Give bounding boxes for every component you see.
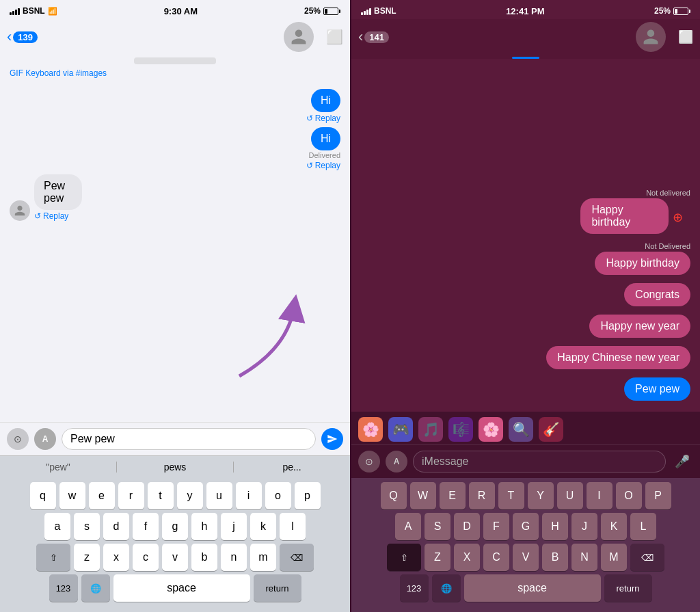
input-text-left: Pew pew — [70, 433, 115, 445]
appstore-button-right[interactable]: A — [386, 451, 407, 473]
rkey-S[interactable]: S — [425, 513, 450, 540]
rkey-L[interactable]: L — [630, 513, 656, 540]
app-icon-7[interactable]: 🎸 — [539, 417, 563, 442]
key-d[interactable]: d — [103, 513, 129, 540]
replay-label-1: Replay — [315, 114, 340, 123]
rkey-P[interactable]: P — [645, 482, 671, 509]
key-shift[interactable]: ⇧ — [36, 544, 70, 571]
key-123-left[interactable]: 123 — [49, 574, 78, 602]
battery-pct-left: 25% — [304, 6, 321, 16]
key-t[interactable]: t — [148, 482, 174, 509]
key-k[interactable]: k — [250, 513, 276, 540]
back-button-right[interactable]: ‹ 141 — [358, 28, 389, 46]
message-input-left[interactable]: Pew pew — [62, 428, 316, 450]
rkey-space[interactable]: space — [464, 574, 601, 602]
key-q[interactable]: q — [30, 482, 56, 509]
app-icon-4[interactable]: 🎼 — [448, 417, 473, 442]
rkey-E[interactable]: E — [440, 482, 466, 509]
key-c[interactable]: c — [133, 544, 159, 571]
key-o[interactable]: o — [265, 482, 291, 509]
back-count-right[interactable]: 141 — [364, 31, 389, 43]
rkey-N[interactable]: N — [571, 544, 597, 571]
gif-via: via #images — [61, 68, 107, 78]
key-space-left[interactable]: space — [113, 574, 250, 602]
key-return-left[interactable]: return — [254, 574, 301, 602]
rkey-G[interactable]: G — [513, 513, 539, 540]
camera-button-right[interactable]: ⊙ — [358, 451, 380, 473]
carrier-right: BSNL — [374, 6, 396, 16]
rkey-Y[interactable]: Y — [528, 482, 554, 509]
key-w[interactable]: w — [59, 482, 85, 509]
replay-link-1[interactable]: ↺ Replay — [306, 114, 340, 123]
key-a[interactable]: a — [44, 513, 70, 540]
rkey-123[interactable]: 123 — [400, 574, 429, 602]
rkey-I[interactable]: I — [587, 482, 612, 509]
rkey-M[interactable]: M — [601, 544, 627, 571]
rkey-U[interactable]: U — [557, 482, 583, 509]
camera-button-left[interactable]: ⊙ — [7, 428, 29, 450]
key-f[interactable]: f — [133, 513, 159, 540]
rkey-C[interactable]: C — [483, 544, 509, 571]
input-placeholder-right: iMessage — [422, 455, 468, 468]
app-icon-1[interactable]: 🌸 — [358, 417, 383, 442]
back-chevron-left: ‹ — [7, 28, 12, 46]
key-i[interactable]: i — [236, 482, 262, 509]
video-button-left[interactable]: ⬜ — [326, 29, 343, 45]
back-button-left[interactable]: ‹ 139 — [7, 28, 38, 46]
key-p[interactable]: p — [295, 482, 321, 509]
rkey-X[interactable]: X — [454, 544, 480, 571]
video-button-right[interactable]: ⬜ — [678, 29, 693, 44]
rkey-Q[interactable]: Q — [381, 482, 407, 509]
rkey-D[interactable]: D — [454, 513, 480, 540]
key-g[interactable]: g — [162, 513, 188, 540]
replay-link-3[interactable]: ↺ Replay — [34, 211, 98, 221]
rkey-K[interactable]: K — [601, 513, 627, 540]
rkey-globe[interactable]: 🌐 — [432, 574, 461, 602]
app-icon-2[interactable]: 🎮 — [388, 417, 413, 442]
rkey-return[interactable]: return — [604, 574, 652, 602]
key-row-1: q w e r t y u i o p — [3, 482, 347, 509]
key-n[interactable]: n — [221, 544, 247, 571]
rkey-T[interactable]: T — [498, 482, 524, 509]
rkey-delete[interactable]: ⌫ — [630, 544, 664, 571]
key-globe-left[interactable]: 🌐 — [81, 574, 110, 602]
app-icon-6[interactable]: 🔍 — [509, 417, 533, 442]
key-x[interactable]: x — [103, 544, 129, 571]
key-delete[interactable]: ⌫ — [280, 544, 314, 571]
app-icon-5[interactable]: 🌸 — [479, 417, 503, 442]
key-row-2: a s d f g h j k l — [3, 513, 347, 540]
key-m[interactable]: m — [250, 544, 276, 571]
rkey-V[interactable]: V — [513, 544, 539, 571]
app-icon-3[interactable]: 🎵 — [418, 417, 443, 442]
key-b[interactable]: b — [191, 544, 217, 571]
rkey-Z[interactable]: Z — [425, 544, 450, 571]
message-input-right[interactable]: iMessage — [413, 451, 666, 473]
key-l[interactable]: l — [280, 513, 306, 540]
appstore-button-left[interactable]: A — [34, 428, 56, 450]
replay-link-2[interactable]: ↺ Replay — [306, 161, 340, 170]
rkey-A[interactable]: A — [395, 513, 421, 540]
key-s[interactable]: s — [74, 513, 100, 540]
key-y[interactable]: y — [177, 482, 203, 509]
key-u[interactable]: u — [206, 482, 232, 509]
rkey-W[interactable]: W — [410, 482, 436, 509]
rkey-B[interactable]: B — [542, 544, 568, 571]
rkey-shift[interactable]: ⇧ — [387, 544, 421, 571]
key-v[interactable]: v — [162, 544, 188, 571]
suggestion-2[interactable]: pews — [117, 462, 234, 473]
rkey-R[interactable]: R — [469, 482, 495, 509]
mic-button-right[interactable]: 🎤 — [671, 451, 693, 473]
send-button-left[interactable] — [321, 428, 343, 450]
rkey-O[interactable]: O — [616, 482, 642, 509]
back-count-left[interactable]: 139 — [13, 31, 38, 43]
suggestion-1[interactable]: "pew" — [0, 462, 117, 473]
rkey-J[interactable]: J — [571, 513, 597, 540]
suggestion-3[interactable]: pe... — [234, 462, 350, 473]
rkey-H[interactable]: H — [542, 513, 568, 540]
key-h[interactable]: h — [191, 513, 217, 540]
key-j[interactable]: j — [221, 513, 247, 540]
key-r[interactable]: r — [118, 482, 144, 509]
rkey-F[interactable]: F — [483, 513, 509, 540]
key-e[interactable]: e — [89, 482, 115, 509]
key-z[interactable]: z — [74, 544, 100, 571]
